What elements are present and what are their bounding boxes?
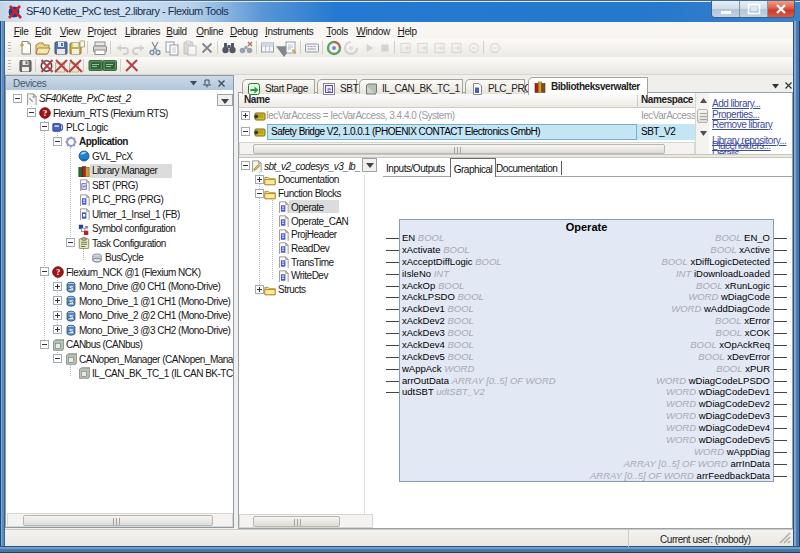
- svg-text:?: ?: [56, 267, 60, 277]
- svg-text:e: e: [327, 86, 331, 93]
- svg-text:S: S: [69, 284, 73, 290]
- svg-text:?: ?: [43, 108, 47, 118]
- svg-text:S: S: [69, 313, 73, 319]
- svg-text:S: S: [69, 299, 73, 305]
- svg-text:S: S: [69, 328, 73, 334]
- svg-text:e: e: [83, 184, 86, 190]
